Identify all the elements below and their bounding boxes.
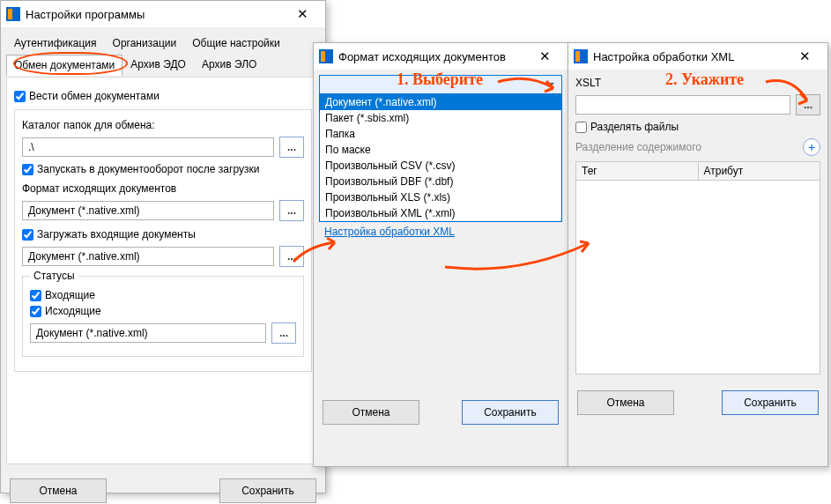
titlebar: Настройки программы ✕ bbox=[1, 1, 325, 27]
split-content-label: Разделение содержимого bbox=[575, 141, 701, 153]
cancel-button[interactable]: Отмена bbox=[577, 390, 674, 415]
footer: Отмена Сохранить bbox=[568, 382, 827, 424]
app-icon bbox=[6, 7, 20, 21]
tab-general[interactable]: Общие настройки bbox=[184, 33, 288, 54]
save-button[interactable]: Сохранить bbox=[219, 478, 316, 503]
format-window: Формат исходящих документов ✕ Документ (… bbox=[313, 42, 568, 467]
tabs: Аутентификация Организации Общие настрой… bbox=[1, 27, 325, 75]
svg-rect-5 bbox=[575, 51, 580, 62]
close-icon[interactable]: ✕ bbox=[527, 48, 562, 64]
autostart-checkbox[interactable]: Запускать в документооборот после загруз… bbox=[22, 163, 304, 175]
status-browse-button[interactable]: ... bbox=[271, 322, 296, 344]
xml-settings-link[interactable]: Настройка обработки XML bbox=[319, 222, 460, 241]
chevron-down-icon bbox=[545, 83, 554, 87]
close-icon[interactable]: ✕ bbox=[285, 6, 320, 22]
format-select[interactable] bbox=[319, 75, 562, 94]
tab-elo[interactable]: Архив ЭЛО bbox=[194, 54, 264, 75]
format-dropdown: Документ (*.native.xml) Пакет (*.sbis.xm… bbox=[319, 94, 562, 222]
add-button[interactable]: + bbox=[803, 138, 820, 156]
tab-orgs[interactable]: Организации bbox=[105, 33, 185, 54]
titlebar: Формат исходящих документов ✕ bbox=[314, 43, 568, 70]
cancel-button[interactable]: Отмена bbox=[323, 400, 419, 425]
folder-browse-button[interactable]: ... bbox=[279, 137, 304, 158]
col-tag: Тег bbox=[576, 162, 699, 180]
settings-window: Настройки программы ✕ Аутентификация Орг… bbox=[0, 0, 326, 493]
format-option[interactable]: Произвольный CSV (*.csv) bbox=[320, 158, 561, 174]
status-in-checkbox[interactable]: Входящие bbox=[30, 289, 296, 301]
window-title: Формат исходящих документов bbox=[338, 50, 506, 63]
status-out-checkbox[interactable]: Исходящие bbox=[30, 305, 296, 317]
autostart-label: Запускать в документооборот после загруз… bbox=[37, 163, 259, 175]
footer: Отмена Сохранить bbox=[314, 391, 568, 434]
xslt-browse-button[interactable]: ... bbox=[796, 94, 820, 115]
out-format-input[interactable] bbox=[22, 201, 274, 220]
statuses-group: Статусы Входящие Исходящие ... bbox=[22, 276, 304, 357]
app-icon bbox=[574, 49, 588, 63]
table-body bbox=[575, 181, 820, 374]
status-input[interactable] bbox=[30, 323, 266, 343]
format-option[interactable]: Пакет (*.sbis.xml) bbox=[320, 110, 561, 126]
svg-rect-1 bbox=[8, 9, 12, 19]
format-body: Документ (*.native.xml) Пакет (*.sbis.xm… bbox=[314, 70, 568, 391]
window-title: Настройки программы bbox=[26, 8, 145, 21]
xml-window: Настройка обработки XML ✕ XSLT ... Разде… bbox=[568, 42, 828, 467]
save-button[interactable]: Сохранить bbox=[722, 390, 819, 415]
out-format-browse-button[interactable]: ... bbox=[279, 200, 304, 221]
titlebar: Настройка обработки XML ✕ bbox=[568, 43, 827, 70]
svg-rect-3 bbox=[321, 51, 325, 62]
close-icon[interactable]: ✕ bbox=[787, 48, 822, 64]
xslt-label: XSLT bbox=[575, 77, 820, 89]
tab-panel: Вести обмен документами Каталог папок дл… bbox=[6, 77, 320, 464]
window-title: Настройка обработки XML bbox=[593, 50, 734, 63]
load-incoming-label: Загружать входящие документы bbox=[37, 228, 196, 241]
out-format-label: Формат исходящих документов bbox=[22, 182, 304, 195]
xslt-input[interactable] bbox=[575, 95, 790, 115]
enable-exchange-checkbox[interactable]: Вести обмен документами bbox=[14, 90, 312, 102]
tab-auth[interactable]: Аутентификация bbox=[6, 33, 105, 54]
format-option[interactable]: Произвольный XLS (*.xls) bbox=[320, 189, 561, 205]
split-files-checkbox[interactable]: Разделять файлы bbox=[575, 121, 820, 133]
save-button[interactable]: Сохранить bbox=[462, 400, 559, 425]
format-option[interactable]: Папка bbox=[320, 126, 561, 142]
format-option[interactable]: По маске bbox=[320, 142, 561, 158]
format-option[interactable]: Произвольный XML (*.xml) bbox=[320, 205, 561, 221]
split-files-label: Разделять файлы bbox=[590, 121, 679, 133]
xml-body: XSLT ... Разделять файлы Разделение соде… bbox=[568, 70, 827, 382]
folder-label: Каталог папок для обмена: bbox=[22, 119, 304, 131]
folder-group: Каталог папок для обмена: ... Запускать … bbox=[14, 109, 312, 372]
status-out-label: Исходящие bbox=[45, 305, 101, 317]
load-incoming-checkbox[interactable]: Загружать входящие документы bbox=[22, 228, 304, 241]
incoming-input[interactable] bbox=[22, 247, 274, 266]
format-option[interactable]: Произвольный DBF (*.dbf) bbox=[320, 174, 561, 189]
enable-exchange-label: Вести обмен документами bbox=[29, 90, 160, 102]
folder-input[interactable] bbox=[22, 137, 274, 157]
col-attr: Атрибут bbox=[699, 162, 820, 180]
tab-edo[interactable]: Архив ЭДО bbox=[122, 54, 194, 75]
table-header: Тег Атрибут bbox=[575, 161, 820, 181]
footer: Отмена Сохранить bbox=[1, 470, 325, 504]
status-in-label: Входящие bbox=[45, 289, 95, 301]
format-option[interactable]: Документ (*.native.xml) bbox=[320, 94, 561, 110]
app-icon bbox=[319, 49, 333, 63]
incoming-browse-button[interactable]: ... bbox=[279, 246, 304, 267]
tab-exchange[interactable]: Обмен документами bbox=[6, 55, 122, 76]
cancel-button[interactable]: Отмена bbox=[10, 478, 107, 503]
statuses-title: Статусы bbox=[30, 270, 78, 282]
